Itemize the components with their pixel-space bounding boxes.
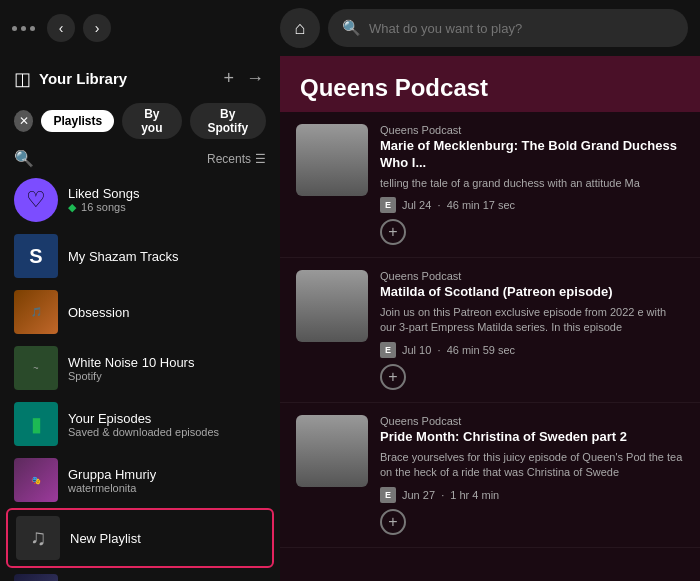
episodes-info: Your Episodes Saved & downloaded episode… [68,411,219,438]
episodes-thumb: ▮ [14,402,58,446]
episode-thumb-3 [296,415,368,487]
episode-list: Queens Podcast Marie of Mecklenburg: The… [280,112,700,558]
obsession-info: Obsession [68,305,129,320]
episode-podcast-1: Queens Podcast [380,124,684,136]
small-search-icon[interactable]: 🔍 [14,149,34,168]
gruppa-thumb: 🎭 [14,458,58,502]
episode-date-3: Jun 27 · 1 hr 4 min [402,489,499,501]
episode-desc-3: Brace yourselves for this juicy episode … [380,450,684,481]
whitenoise-sub: Spotify [68,370,194,382]
green-dot-icon: ◆ [68,201,76,213]
episode-badge-1: E [380,197,396,213]
filter-row: ✕ Playlists By you By Spotify [0,97,280,145]
search-sort-row: 🔍 Recents ☰ [0,145,280,172]
episodes-sub: Saved & downloaded episodes [68,426,219,438]
forward-button[interactable]: › [83,14,111,42]
episode-meta-3: E Jun 27 · 1 hr 4 min [380,487,684,503]
recents-label: Recents [207,152,251,166]
home-button[interactable]: ⌂ [280,8,320,48]
main-content: ◫ Your Library + → ✕ Playlists By you By… [0,56,700,581]
episode-info-2: Queens Podcast Matilda of Scotland (Patr… [380,270,684,390]
episode-badge-3: E [380,487,396,503]
filter-playlists[interactable]: Playlists [41,110,114,132]
list-item[interactable]: ▮ Your Episodes Saved & downloaded episo… [6,396,274,452]
new-playlist-info: New Playlist [70,531,141,546]
list-item[interactable]: ~ White Noise 10 Hours Spotify [6,340,274,396]
list-item[interactable]: 🎭 Gruppa Hmuriy watermelonita [6,452,274,508]
whitenoise-thumb: ~ [14,346,58,390]
filter-by-you[interactable]: By you [122,103,181,139]
back-button[interactable]: ‹ [47,14,75,42]
obsession-thumb: 🎵 [14,290,58,334]
search-icon: 🔍 [342,19,361,37]
playlist-icon: ♫ [30,525,47,551]
sidebar: ◫ Your Library + → ✕ Playlists By you By… [0,56,280,581]
episode-title-3: Pride Month: Christina of Sweden part 2 [380,429,684,446]
episode-podcast-2: Queens Podcast [380,270,684,282]
episode-desc-1: telling the tale of a grand duchess with… [380,176,684,191]
obsession-name: Obsession [68,305,129,320]
library-list: ♡ Liked Songs ◆ 16 songs S My Shazam Tra… [0,172,280,581]
gruppa-name: Gruppa Hmuriy [68,467,156,482]
close-filter-button[interactable]: ✕ [14,110,33,132]
dot3 [30,26,35,31]
episode-badge-2: E [380,342,396,358]
bookmark-icon: ▮ [31,412,42,436]
add-library-button[interactable]: + [221,66,236,91]
episode-date-1: Jul 24 · 46 min 17 sec [402,199,515,211]
episode-image-1 [296,124,368,196]
new-playlist-item[interactable]: ♫ New Playlist [6,508,274,568]
episode-thumb-2 [296,270,368,342]
gruppa-sub: watermelonita [68,482,156,494]
list-item[interactable]: 🎵 sad songs to listen to 0woofyfvozrgs9m… [6,568,274,581]
expand-library-button[interactable]: → [244,66,266,91]
nav-dots [12,26,35,31]
episode-desc-2: Join us on this Patreon exclusive episod… [380,305,684,336]
episode-date-2: Jul 10 · 46 min 59 sec [402,344,515,356]
new-playlist-name: New Playlist [70,531,141,546]
search-bar: 🔍 [328,9,688,47]
search-input[interactable] [369,21,674,36]
episode-image-2 [296,270,368,342]
gruppa-info: Gruppa Hmuriy watermelonita [68,467,156,494]
episode-title-1: Marie of Mecklenburg: The Bold Grand Duc… [380,138,684,172]
episode-meta-2: E Jul 10 · 46 min 59 sec [380,342,684,358]
list-item[interactable]: ♡ Liked Songs ◆ 16 songs [6,172,274,228]
sidebar-actions: + → [221,66,266,91]
episode-thumb-1 [296,124,368,196]
episode-item[interactable]: Queens Podcast Matilda of Scotland (Patr… [280,258,700,403]
episode-podcast-3: Queens Podcast [380,415,684,427]
library-icon: ◫ [14,68,31,90]
new-playlist-thumb: ♫ [16,516,60,560]
episode-meta-1: E Jul 24 · 46 min 17 sec [380,197,684,213]
episode-add-button-2[interactable]: + [380,364,406,390]
episode-add-button-1[interactable]: + [380,219,406,245]
shazam-name: My Shazam Tracks [68,249,179,264]
episode-title-2: Matilda of Scotland (Patreon episode) [380,284,684,301]
liked-songs-thumb: ♡ [14,178,58,222]
liked-songs-info: Liked Songs ◆ 16 songs [68,186,140,214]
right-panel: Queens Podcast Queens Podcast Marie of M… [280,56,700,581]
liked-songs-name: Liked Songs [68,186,140,201]
home-icon: ⌂ [295,18,306,39]
list-icon: ☰ [255,152,266,166]
dot1 [12,26,17,31]
list-item[interactable]: S My Shazam Tracks [6,228,274,284]
episode-info-1: Queens Podcast Marie of Mecklenburg: The… [380,124,684,245]
top-bar: ‹ › ⌂ 🔍 [0,0,700,56]
heart-icon: ♡ [26,187,46,213]
filter-by-spotify[interactable]: By Spotify [190,103,266,139]
episode-image-3 [296,415,368,487]
episode-item[interactable]: Queens Podcast Marie of Mecklenburg: The… [280,112,700,258]
list-item[interactable]: 🎵 Obsession [6,284,274,340]
shazam-info: My Shazam Tracks [68,249,179,264]
whitenoise-name: White Noise 10 Hours [68,355,194,370]
sidebar-title: Your Library [39,70,213,87]
whitenoise-info: White Noise 10 Hours Spotify [68,355,194,382]
dot2 [21,26,26,31]
episode-add-button-3[interactable]: + [380,509,406,535]
liked-songs-sub: ◆ 16 songs [68,201,140,214]
episode-item[interactable]: Queens Podcast Pride Month: Christina of… [280,403,700,548]
panel-header: Queens Podcast [280,56,700,112]
recents-button[interactable]: Recents ☰ [207,152,266,166]
